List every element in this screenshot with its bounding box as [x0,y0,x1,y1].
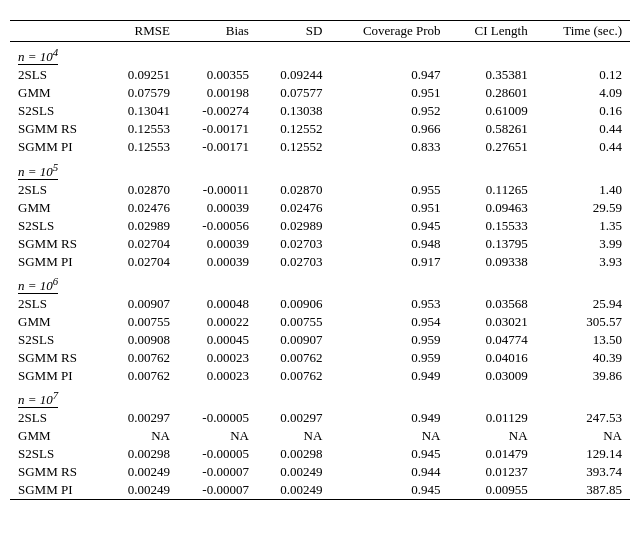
cell-1-0-6: 1.40 [536,181,630,199]
cell-2-1-1: 0.00755 [104,313,177,331]
table-row: SGMM PI0.00249-0.000070.002490.9450.0095… [10,481,630,500]
cell-1-3-5: 0.13795 [449,235,536,253]
cell-2-3-6: 40.39 [536,349,630,367]
cell-2-4-0: SGMM PI [10,367,104,385]
cell-1-2-4: 0.945 [330,217,448,235]
section-header-1: n = 105 [10,156,630,180]
cell-1-0-0: 2SLS [10,181,104,199]
cell-3-1-4: NA [330,427,448,445]
cell-1-0-5: 0.11265 [449,181,536,199]
cell-2-0-6: 25.94 [536,295,630,313]
cell-1-2-1: 0.02989 [104,217,177,235]
table-row: SGMM PI0.007620.000230.007620.9490.03009… [10,367,630,385]
cell-3-4-6: 387.85 [536,481,630,500]
cell-3-0-6: 247.53 [536,409,630,427]
cell-2-1-2: 0.00022 [178,313,257,331]
table-row: 2SLS0.00297-0.000050.002970.9490.0112924… [10,409,630,427]
cell-3-1-5: NA [449,427,536,445]
cell-1-1-5: 0.09463 [449,199,536,217]
cell-2-4-5: 0.03009 [449,367,536,385]
cell-1-2-6: 1.35 [536,217,630,235]
cell-3-4-3: 0.00249 [257,481,330,500]
cell-2-2-4: 0.959 [330,331,448,349]
cell-0-1-4: 0.951 [330,84,448,102]
cell-0-2-6: 0.16 [536,102,630,120]
table-row: S2SLS0.13041-0.002740.130380.9520.610090… [10,102,630,120]
cell-2-0-3: 0.00906 [257,295,330,313]
cell-2-1-0: GMM [10,313,104,331]
cell-0-1-0: GMM [10,84,104,102]
cell-2-3-4: 0.959 [330,349,448,367]
cell-3-1-0: GMM [10,427,104,445]
cell-3-3-3: 0.00249 [257,463,330,481]
cell-0-1-6: 4.09 [536,84,630,102]
cell-2-1-5: 0.03021 [449,313,536,331]
cell-0-1-5: 0.28601 [449,84,536,102]
cell-2-2-6: 13.50 [536,331,630,349]
column-header-5: CI Length [449,21,536,42]
section-label-0: n = 104 [10,42,630,67]
cell-3-3-1: 0.00249 [104,463,177,481]
cell-3-4-2: -0.00007 [178,481,257,500]
cell-0-0-6: 0.12 [536,66,630,84]
cell-3-2-0: S2SLS [10,445,104,463]
cell-2-2-1: 0.00908 [104,331,177,349]
cell-1-4-0: SGMM PI [10,253,104,271]
cell-0-2-4: 0.952 [330,102,448,120]
cell-2-0-0: 2SLS [10,295,104,313]
cell-0-2-2: -0.00274 [178,102,257,120]
cell-0-4-3: 0.12552 [257,138,330,156]
cell-1-2-0: S2SLS [10,217,104,235]
table-row: S2SLS0.02989-0.000560.029890.9450.155331… [10,217,630,235]
table-row: 2SLS0.092510.003550.092440.9470.353810.1… [10,66,630,84]
cell-2-4-6: 39.86 [536,367,630,385]
column-header-4: Coverage Prob [330,21,448,42]
cell-0-0-5: 0.35381 [449,66,536,84]
cell-3-3-2: -0.00007 [178,463,257,481]
cell-0-0-1: 0.09251 [104,66,177,84]
cell-1-0-4: 0.955 [330,181,448,199]
cell-3-2-2: -0.00005 [178,445,257,463]
cell-0-1-2: 0.00198 [178,84,257,102]
cell-3-4-4: 0.945 [330,481,448,500]
cell-3-0-2: -0.00005 [178,409,257,427]
cell-2-4-4: 0.949 [330,367,448,385]
section-header-3: n = 107 [10,385,630,409]
table-row: S2SLS0.009080.000450.009070.9590.0477413… [10,331,630,349]
cell-1-1-0: GMM [10,199,104,217]
cell-3-2-1: 0.00298 [104,445,177,463]
cell-1-0-2: -0.00011 [178,181,257,199]
cell-3-2-3: 0.00298 [257,445,330,463]
cell-0-3-3: 0.12552 [257,120,330,138]
table-row: GMM0.024760.000390.024760.9510.0946329.5… [10,199,630,217]
cell-3-4-0: SGMM PI [10,481,104,500]
cell-0-4-5: 0.27651 [449,138,536,156]
cell-1-3-0: SGMM RS [10,235,104,253]
cell-2-1-6: 305.57 [536,313,630,331]
column-header-6: Time (sec.) [536,21,630,42]
cell-0-2-1: 0.13041 [104,102,177,120]
cell-0-0-4: 0.947 [330,66,448,84]
cell-2-0-1: 0.00907 [104,295,177,313]
cell-1-4-3: 0.02703 [257,253,330,271]
cell-0-4-2: -0.00171 [178,138,257,156]
cell-1-3-2: 0.00039 [178,235,257,253]
table-row: SGMM RS0.00249-0.000070.002490.9440.0123… [10,463,630,481]
cell-0-1-1: 0.07579 [104,84,177,102]
cell-1-4-5: 0.09338 [449,253,536,271]
table-row: SGMM PI0.12553-0.001710.125520.8330.2765… [10,138,630,156]
cell-1-4-6: 3.93 [536,253,630,271]
cell-3-0-3: 0.00297 [257,409,330,427]
cell-2-1-4: 0.954 [330,313,448,331]
cell-1-2-2: -0.00056 [178,217,257,235]
cell-1-4-4: 0.917 [330,253,448,271]
cell-2-2-3: 0.00907 [257,331,330,349]
cell-3-2-5: 0.01479 [449,445,536,463]
cell-3-0-1: 0.00297 [104,409,177,427]
cell-1-3-4: 0.948 [330,235,448,253]
table-header-row: RMSEBiasSDCoverage ProbCI LengthTime (se… [10,21,630,42]
cell-3-4-1: 0.00249 [104,481,177,500]
table-row: GMM0.007550.000220.007550.9540.03021305.… [10,313,630,331]
cell-3-1-6: NA [536,427,630,445]
cell-2-2-5: 0.04774 [449,331,536,349]
